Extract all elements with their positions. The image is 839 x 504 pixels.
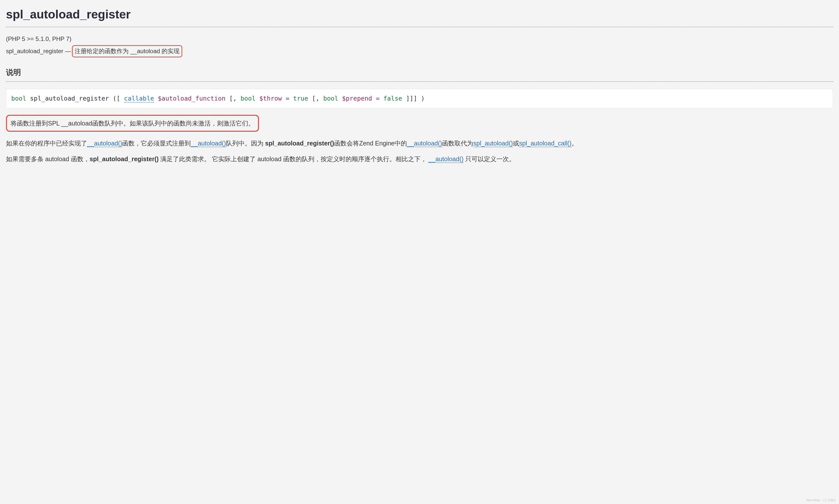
value-true: true: [293, 95, 308, 102]
summary-highlight-box: 注册给定的函数作为 __autoload 的实现: [72, 45, 182, 57]
type-callable-link[interactable]: callable: [124, 95, 154, 103]
version-info: (PHP 5 >= 5.1.0, PHP 7): [6, 34, 833, 44]
text: 。: [572, 140, 578, 147]
sig-open: ([: [112, 95, 124, 102]
sig-sep: [,: [312, 95, 323, 102]
assign: =: [286, 95, 293, 102]
func-bold: spl_autoload_register(): [265, 140, 334, 147]
autoload-link[interactable]: __autoload(): [407, 140, 442, 147]
divider: [6, 81, 833, 82]
text: 满足了此类需求。 它实际上创建了 autoload 函数的队列，按定义时的顺序逐…: [159, 156, 429, 162]
summary-prefix: spl_autoload_register —: [6, 47, 71, 56]
text: 如果在你的程序中已经实现了: [6, 140, 87, 147]
spl-autoload-link[interactable]: spl_autoload(): [473, 140, 513, 147]
text: 如果需要多条 autoload 函数，: [6, 156, 90, 162]
type-bool: bool: [323, 95, 338, 102]
description-paragraph-2: 如果在你的程序中已经实现了__autoload()函数，它必须显式注册到__au…: [6, 138, 833, 148]
text: 只可以定义一次。: [464, 156, 515, 162]
return-type: bool: [11, 95, 26, 102]
func-bold: spl_autoload_register(): [90, 156, 159, 162]
assign: =: [376, 95, 383, 102]
value-false: false: [383, 95, 402, 102]
text: 队列中。因为: [226, 140, 265, 147]
summary-line: spl_autoload_register — 注册给定的函数作为 __auto…: [6, 45, 833, 57]
highlight-paragraph: 将函数注册到SPL __autoload函数队列中。如果该队列中的函数尚未激活，…: [6, 115, 259, 132]
text: 函数会将Zend Engine中的: [334, 140, 407, 147]
function-name: spl_autoload_register: [30, 95, 109, 102]
autoload-link[interactable]: __autoload(): [191, 140, 226, 147]
autoload-link[interactable]: __autoload(): [87, 140, 122, 147]
type-bool: bool: [241, 95, 256, 102]
sig-sep: [,: [229, 95, 241, 102]
param-autoload-function: $autoload_function: [158, 95, 226, 102]
function-signature: bool spl_autoload_register ([ callable $…: [6, 89, 833, 108]
param-prepend: $prepend: [342, 95, 372, 102]
spl-autoload-call-link[interactable]: spl_autoload_call(): [519, 140, 572, 147]
sig-close: ]]] ): [406, 95, 425, 102]
text: 函数，它必须显式注册到: [122, 140, 191, 147]
description-paragraph-3: 如果需要多条 autoload 函数，spl_autoload_register…: [6, 154, 833, 164]
section-description-heading: 说明: [6, 66, 833, 78]
divider: [6, 27, 833, 27]
page-title: spl_autoload_register: [6, 5, 833, 24]
text: 或: [513, 140, 519, 147]
text: 函数取代为: [442, 140, 473, 147]
param-throw: $throw: [259, 95, 282, 102]
autoload-link[interactable]: __autoload(): [429, 156, 464, 163]
